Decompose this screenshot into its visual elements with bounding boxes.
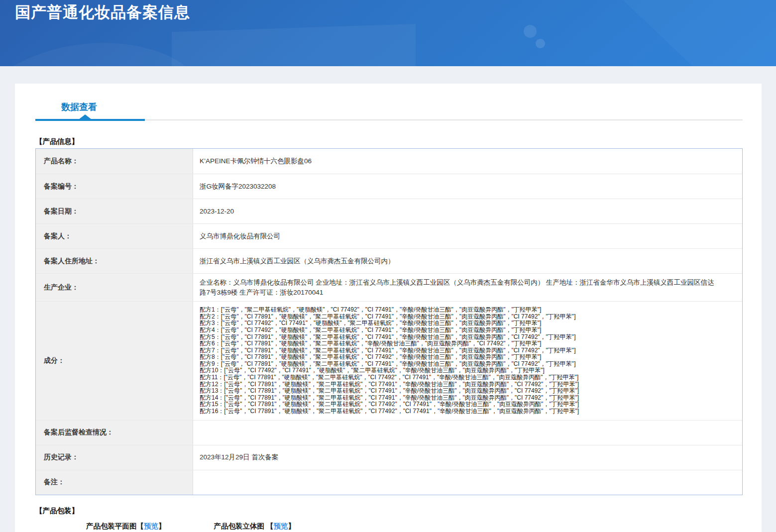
row-value: 义乌市博鼎化妆品有限公司 bbox=[193, 224, 742, 248]
formula-line: 配方15：["云母"，"CI 77891"，"硬脂酸镁"，"聚二甲基硅氧烷"，"… bbox=[200, 401, 732, 408]
row-value bbox=[193, 470, 742, 495]
header-decor-polygon bbox=[172, 24, 416, 66]
row-label: 备案编号： bbox=[36, 174, 193, 199]
packaging-section-title: 【产品包装】 bbox=[35, 506, 743, 516]
row-value: 2023年12月29日 首次备案 bbox=[193, 445, 742, 470]
row-label: 生产企业： bbox=[36, 274, 193, 301]
packaging-flat-preview-link[interactable]: 预览 bbox=[144, 522, 158, 530]
page-header: 国产普通化妆品备案信息 bbox=[0, 0, 776, 66]
packaging-flat-label: 产品包装平面图 bbox=[86, 522, 137, 530]
tab-bar: 数据查看 bbox=[35, 101, 743, 121]
packaging-stereo-item: 产品包装立体图 【预览】 bbox=[214, 522, 296, 531]
formula-line: 配方2：["云母"，"CI 77891"，"硬脂酸镁"，"聚二甲基硅氧烷"，"C… bbox=[200, 314, 732, 320]
row-registration-date: 备案日期： 2023-12-20 bbox=[36, 199, 742, 223]
packaging-preview-row: 产品包装平面图【预览】 产品包装立体图 【预览】 bbox=[86, 522, 743, 531]
bracket-close: 】 bbox=[288, 522, 296, 530]
formula-line: 配方13：["云母"，"CI 77891"，"硬脂酸镁"，"聚二甲基硅氧烷"，"… bbox=[200, 388, 732, 395]
row-label: 成分： bbox=[36, 302, 193, 420]
row-registration-number: 备案编号： 浙G妆网备字2023032208 bbox=[36, 174, 742, 199]
formula-line: 配方11：["云母"，"CI 77891"，"硬脂酸镁"，"聚二甲基硅氧烷"，"… bbox=[200, 374, 732, 381]
product-info-section-title: 【产品信息】 bbox=[35, 137, 743, 146]
page-title: 国产普通化妆品备案信息 bbox=[15, 2, 190, 23]
packaging-flat-item: 产品包装平面图【预览】 bbox=[86, 522, 166, 531]
row-value: 浙G妆网备字2023032208 bbox=[193, 174, 742, 199]
row-ingredients: 成分： 配方1：["云母"，"聚二甲基硅氧烷"，"硬脂酸镁"，"CI 77492… bbox=[36, 301, 742, 420]
product-info-table: 产品名称： K’APEINE卡佩尔钟情十六色眼影盘06 备案编号： 浙G妆网备字… bbox=[35, 148, 743, 495]
row-label: 备案日期： bbox=[36, 199, 193, 223]
row-value: 浙江省义乌市上溪镇义西工业园区（义乌市龚杰五金有限公司内） bbox=[193, 249, 742, 273]
tab-data-view-label: 数据查看 bbox=[61, 101, 97, 113]
formula-line: 配方1：["云母"，"聚二甲基硅氧烷"，"硬脂酸镁"，"CI 77492"，"C… bbox=[200, 307, 732, 314]
row-registrant: 备案人： 义乌市博鼎化妆品有限公司 bbox=[36, 223, 742, 248]
formula-line: 配方6：["云母"，"CI 77891"，"硬脂酸镁"，"聚二甲基硅氧烷"，"辛… bbox=[200, 340, 732, 347]
row-value bbox=[193, 421, 742, 445]
row-value: 2023-12-20 bbox=[193, 199, 742, 223]
formula-line: 配方5：["云母"，"CI 77891"，"硬脂酸镁"，"聚二甲基硅氧烷"，"C… bbox=[200, 334, 732, 341]
header-decor-triangle bbox=[557, 0, 776, 66]
row-value: 配方1：["云母"，"聚二甲基硅氧烷"，"硬脂酸镁"，"CI 77492"，"C… bbox=[193, 302, 742, 420]
row-label: 备案人： bbox=[36, 224, 193, 248]
row-label: 备案后监督检查情况： bbox=[36, 421, 193, 445]
formula-line: 配方4：["云母"，"CI 77492"，"硬脂酸镁"，"聚二甲基硅氧烷"，"C… bbox=[200, 327, 732, 334]
row-history: 历史记录： 2023年12月29日 首次备案 bbox=[36, 445, 742, 470]
row-post-registration-inspection: 备案后监督检查情况： bbox=[36, 420, 742, 445]
header-decor-dot bbox=[524, 25, 537, 38]
formula-line: 配方10：["云母"，"CI 77492"，"CI 77491"，"硬脂酸镁"，… bbox=[200, 367, 732, 374]
formula-line: 配方3：["云母"，"CI 77492"，"CI 77491"，"硬脂酸镁"，"… bbox=[200, 320, 732, 327]
row-label: 备注： bbox=[36, 470, 193, 495]
header-decor-dot bbox=[536, 39, 545, 48]
row-label: 产品名称： bbox=[36, 149, 193, 174]
formula-line: 配方9：["云母"，"CI 77891"，"硬脂酸镁"，"聚二甲基硅氧烷"，"C… bbox=[200, 361, 732, 368]
tab-active-arrow-icon bbox=[79, 114, 92, 119]
formula-line: 配方7：["云母"，"CI 77891"，"硬脂酸镁"，"聚二甲基硅氧烷"，"C… bbox=[200, 347, 732, 354]
row-value: 企业名称：义乌市博鼎化妆品有限公司 企业地址：浙江省义乌市上溪镇义西工业园区（义… bbox=[193, 274, 742, 301]
row-label: 备案人住所地址： bbox=[36, 249, 193, 273]
row-remarks: 备注： bbox=[36, 470, 742, 495]
formula-line: 配方8：["云母"，"CI 77891"，"硬脂酸镁"，"聚二甲基硅氧烷"，"C… bbox=[200, 354, 732, 361]
bracket-open: 【 bbox=[266, 522, 274, 530]
tab-data-view[interactable]: 数据查看 bbox=[35, 101, 145, 121]
row-label: 历史记录： bbox=[36, 445, 193, 470]
packaging-stereo-label: 产品包装立体图 bbox=[214, 522, 267, 530]
row-product-name: 产品名称： K’APEINE卡佩尔钟情十六色眼影盘06 bbox=[36, 149, 742, 174]
formula-line: 配方14：["云母"，"CI 77891"，"硬脂酸镁"，"聚二甲基硅氧烷"，"… bbox=[200, 395, 732, 402]
row-value: K’APEINE卡佩尔钟情十六色眼影盘06 bbox=[193, 149, 742, 174]
packaging-stereo-preview-link[interactable]: 预览 bbox=[274, 522, 288, 530]
row-registrant-address: 备案人住所地址： 浙江省义乌市上溪镇义西工业园区（义乌市龚杰五金有限公司内） bbox=[36, 248, 742, 273]
header-decor-blob bbox=[0, 32, 207, 66]
row-manufacturer: 生产企业： 企业名称：义乌市博鼎化妆品有限公司 企业地址：浙江省义乌市上溪镇义西… bbox=[36, 273, 742, 301]
content-card: 数据查看 【产品信息】 产品名称： K’APEINE卡佩尔钟情十六色眼影盘06 … bbox=[15, 84, 762, 532]
bracket-open: 【 bbox=[137, 522, 144, 530]
formula-line: 配方16：["云母"，"CI 77891"，"硬脂酸镁"，"聚二甲基硅氧烷"，"… bbox=[200, 408, 732, 415]
bracket-close: 】 bbox=[158, 522, 166, 530]
formula-line: 配方12：["云母"，"CI 77891"，"硬脂酸镁"，"聚二甲基硅氧烷"，"… bbox=[200, 381, 732, 388]
